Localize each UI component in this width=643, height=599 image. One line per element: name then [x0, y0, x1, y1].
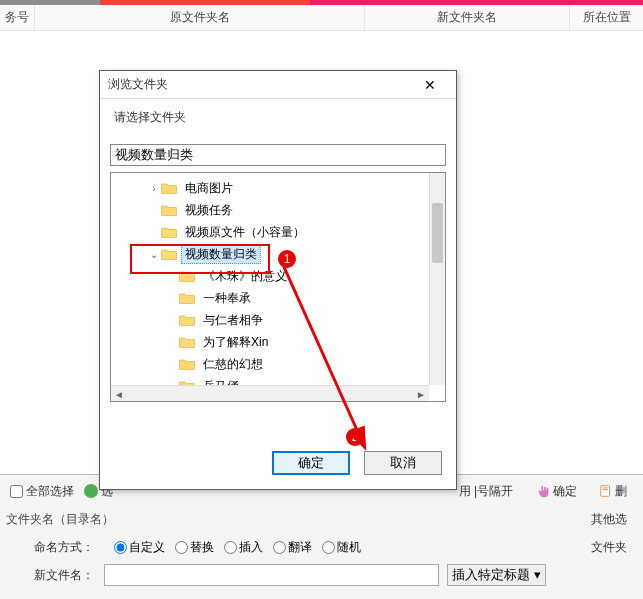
col-new-folder-name[interactable]: 新文件夹名: [365, 5, 570, 30]
folder-tree-container: ›电商图片视频任务视频原文件（小容量）⌄视频数量归类《木珠》的意义一种奉承与仁者…: [110, 172, 446, 402]
other-options-label[interactable]: 其他选: [591, 511, 627, 528]
ok-button[interactable]: 确定: [272, 451, 350, 475]
tree-item-label: 视频数量归类: [181, 245, 261, 264]
naming-mode-label: 命名方式：: [34, 539, 94, 556]
tree-item-label: 兵马俑: [199, 377, 243, 386]
tree-item-label: 视频任务: [181, 201, 237, 220]
selected-path-input[interactable]: [110, 144, 446, 166]
radio-insert[interactable]: [224, 541, 237, 554]
radio-custom-label: 自定义: [129, 539, 165, 556]
scrollbar-thumb[interactable]: [432, 203, 443, 263]
chevron-down-icon: ▾: [534, 567, 541, 582]
tree-item[interactable]: 《木珠》的意义: [111, 265, 429, 287]
page-icon: [599, 484, 613, 498]
select-all-label: 全部选择: [26, 483, 74, 500]
table-header: 务号 原文件夹名 新文件夹名 所在位置: [0, 5, 643, 31]
select-all-checkbox[interactable]: [10, 485, 23, 498]
folder-icon: [179, 313, 195, 327]
tree-expander[interactable]: ›: [147, 183, 161, 194]
browse-folder-dialog: 浏览文件夹 ✕ 请选择文件夹 ›电商图片视频任务视频原文件（小容量）⌄视频数量归…: [99, 70, 457, 490]
tree-item-label: 视频原文件（小容量）: [181, 223, 309, 242]
delete-label[interactable]: 删: [615, 483, 627, 500]
hand-icon: [537, 484, 551, 498]
tree-item[interactable]: ⌄视频数量归类: [111, 243, 429, 265]
radio-insert-label: 插入: [239, 539, 263, 556]
vertical-scrollbar[interactable]: [429, 173, 445, 385]
col-original-folder-name[interactable]: 原文件夹名: [35, 5, 365, 30]
col-task-no[interactable]: 务号: [0, 5, 35, 30]
horizontal-scrollbar[interactable]: ◄ ►: [111, 385, 429, 401]
tree-item-label: 仁慈的幻想: [199, 355, 267, 374]
radio-random-label: 随机: [337, 539, 361, 556]
tree-item[interactable]: 与仁者相争: [111, 309, 429, 331]
dialog-instruction: 请选择文件夹: [100, 99, 456, 130]
folder-icon: [179, 357, 195, 371]
tree-item[interactable]: 一种奉承: [111, 287, 429, 309]
radio-replace[interactable]: [175, 541, 188, 554]
folder-icon: [161, 203, 177, 217]
svg-rect-0: [601, 486, 610, 497]
col-location[interactable]: 所在位置: [570, 5, 643, 30]
confirm-label[interactable]: 确定: [553, 483, 577, 500]
tree-item[interactable]: 视频原文件（小容量）: [111, 221, 429, 243]
folder-icon: [179, 335, 195, 349]
green-dot-icon: [84, 484, 98, 498]
tree-item-label: 与仁者相争: [199, 311, 267, 330]
separator-hint: 用 |号隔开: [459, 483, 513, 500]
section-foldername-label: 文件夹名（目录名）: [6, 511, 114, 528]
radio-translate-label: 翻译: [288, 539, 312, 556]
svg-rect-2: [603, 489, 608, 490]
tree-item[interactable]: 兵马俑: [111, 375, 429, 385]
tree-item-label: 电商图片: [181, 179, 237, 198]
cancel-button[interactable]: 取消: [364, 451, 442, 475]
dialog-title: 浏览文件夹: [108, 76, 412, 93]
folder-icon: [161, 247, 177, 261]
tree-item-label: 《木珠》的意义: [199, 267, 291, 286]
radio-translate[interactable]: [273, 541, 286, 554]
new-filename-input[interactable]: [104, 564, 439, 586]
scroll-right-arrow[interactable]: ►: [413, 386, 429, 402]
radio-custom[interactable]: [114, 541, 127, 554]
scroll-left-arrow[interactable]: ◄: [111, 386, 127, 402]
close-button[interactable]: ✕: [412, 74, 448, 96]
radio-replace-label: 替换: [190, 539, 214, 556]
folder-tree[interactable]: ›电商图片视频任务视频原文件（小容量）⌄视频数量归类《木珠》的意义一种奉承与仁者…: [111, 173, 429, 385]
svg-rect-1: [603, 488, 608, 489]
new-filename-label: 新文件名：: [34, 567, 94, 584]
tree-item[interactable]: 为了解释Xin: [111, 331, 429, 353]
tree-item[interactable]: ›电商图片: [111, 177, 429, 199]
insert-special-title-dropdown[interactable]: 插入特定标题 ▾: [447, 564, 546, 586]
folder-icon: [179, 269, 195, 283]
tree-item-label: 一种奉承: [199, 289, 255, 308]
file-folder-short-label: 文件夹: [591, 539, 627, 556]
tree-item[interactable]: 视频任务: [111, 199, 429, 221]
folder-icon: [161, 225, 177, 239]
tree-expander[interactable]: ⌄: [147, 249, 161, 260]
tree-item-label: 为了解释Xin: [199, 333, 272, 352]
folder-icon: [161, 181, 177, 195]
bottom-panel: 全部选择 选 用 |号隔开 确定 删 文件夹名（目录名） 其他选 命名方式： 自…: [0, 474, 643, 599]
folder-icon: [179, 291, 195, 305]
radio-random[interactable]: [322, 541, 335, 554]
close-icon: ✕: [424, 77, 436, 93]
tree-item[interactable]: 仁慈的幻想: [111, 353, 429, 375]
